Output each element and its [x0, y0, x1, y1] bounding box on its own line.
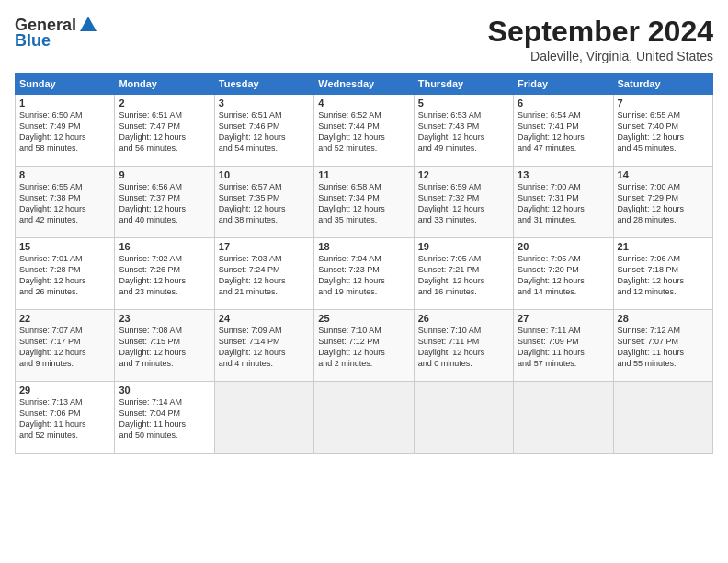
col-friday: Friday — [514, 74, 613, 95]
day-cell: 7Sunrise: 6:55 AMSunset: 7:40 PMDaylight… — [613, 95, 712, 167]
day-cell: 25Sunrise: 7:10 AMSunset: 7:12 PMDayligh… — [314, 310, 414, 382]
day-cell: 6Sunrise: 6:54 AMSunset: 7:41 PMDaylight… — [514, 95, 613, 167]
day-cell: 20Sunrise: 7:05 AMSunset: 7:20 PMDayligh… — [514, 238, 613, 310]
day-info: Sunrise: 7:12 AMSunset: 7:07 PMDaylight:… — [618, 325, 709, 370]
day-cell: 8Sunrise: 6:55 AMSunset: 7:38 PMDaylight… — [16, 167, 115, 238]
day-cell: 4Sunrise: 6:52 AMSunset: 7:44 PMDaylight… — [314, 95, 414, 167]
location: Daleville, Virginia, United States — [488, 49, 713, 63]
day-number: 30 — [119, 385, 210, 396]
day-cell: 30Sunrise: 7:14 AMSunset: 7:04 PMDayligh… — [115, 382, 214, 454]
day-number: 11 — [318, 169, 409, 180]
day-cell: 21Sunrise: 7:06 AMSunset: 7:18 PMDayligh… — [613, 238, 712, 310]
day-number: 27 — [518, 313, 609, 324]
col-monday: Monday — [115, 74, 214, 95]
day-number: 7 — [618, 98, 709, 109]
day-number: 3 — [219, 98, 310, 109]
day-info: Sunrise: 7:00 AMSunset: 7:31 PMDaylight:… — [518, 181, 609, 226]
week-row-2: 8Sunrise: 6:55 AMSunset: 7:38 PMDaylight… — [16, 167, 713, 238]
day-info: Sunrise: 6:53 AMSunset: 7:43 PMDaylight:… — [418, 109, 509, 155]
col-sunday: Sunday — [16, 74, 115, 95]
day-cell: 29Sunrise: 7:13 AMSunset: 7:06 PMDayligh… — [16, 382, 115, 454]
day-cell: 24Sunrise: 7:09 AMSunset: 7:14 PMDayligh… — [214, 310, 313, 382]
logo: General Blue — [15, 15, 98, 51]
day-cell: 18Sunrise: 7:04 AMSunset: 7:23 PMDayligh… — [314, 238, 414, 310]
day-number: 20 — [518, 241, 609, 252]
day-number: 28 — [618, 313, 709, 324]
week-row-4: 22Sunrise: 7:07 AMSunset: 7:17 PMDayligh… — [16, 310, 713, 382]
day-cell: 17Sunrise: 7:03 AMSunset: 7:24 PMDayligh… — [214, 238, 313, 310]
day-info: Sunrise: 6:57 AMSunset: 7:35 PMDaylight:… — [219, 181, 310, 226]
calendar-table: Sunday Monday Tuesday Wednesday Thursday… — [15, 73, 713, 454]
logo-icon — [78, 15, 98, 35]
day-info: Sunrise: 7:06 AMSunset: 7:18 PMDaylight:… — [618, 253, 709, 298]
day-cell: 27Sunrise: 7:11 AMSunset: 7:09 PMDayligh… — [514, 310, 613, 382]
day-info: Sunrise: 7:08 AMSunset: 7:15 PMDaylight:… — [119, 325, 210, 370]
day-number: 15 — [19, 241, 110, 252]
day-cell: 2Sunrise: 6:51 AMSunset: 7:47 PMDaylight… — [115, 95, 214, 167]
day-info: Sunrise: 6:58 AMSunset: 7:34 PMDaylight:… — [318, 181, 409, 226]
col-saturday: Saturday — [613, 74, 712, 95]
day-info: Sunrise: 7:09 AMSunset: 7:14 PMDaylight:… — [219, 325, 310, 370]
day-number: 12 — [418, 169, 509, 180]
day-info: Sunrise: 6:55 AMSunset: 7:40 PMDaylight:… — [618, 109, 709, 155]
day-cell: 3Sunrise: 6:51 AMSunset: 7:46 PMDaylight… — [214, 95, 313, 167]
day-cell: 12Sunrise: 6:59 AMSunset: 7:32 PMDayligh… — [414, 167, 513, 238]
day-cell — [514, 382, 613, 454]
title-area: September 2024 Daleville, Virginia, Unit… — [488, 15, 713, 63]
day-info: Sunrise: 7:14 AMSunset: 7:04 PMDaylight:… — [119, 396, 210, 442]
col-thursday: Thursday — [414, 74, 513, 95]
day-cell — [613, 382, 712, 454]
month-title: September 2024 — [488, 15, 713, 49]
day-cell: 28Sunrise: 7:12 AMSunset: 7:07 PMDayligh… — [613, 310, 712, 382]
day-info: Sunrise: 7:05 AMSunset: 7:20 PMDaylight:… — [518, 253, 609, 298]
day-number: 10 — [219, 169, 310, 180]
day-number: 2 — [119, 98, 210, 109]
day-info: Sunrise: 7:11 AMSunset: 7:09 PMDaylight:… — [518, 325, 609, 370]
day-info: Sunrise: 7:05 AMSunset: 7:21 PMDaylight:… — [418, 253, 509, 298]
day-info: Sunrise: 6:55 AMSunset: 7:38 PMDaylight:… — [19, 181, 110, 226]
day-info: Sunrise: 6:51 AMSunset: 7:47 PMDaylight:… — [119, 109, 210, 155]
day-cell: 11Sunrise: 6:58 AMSunset: 7:34 PMDayligh… — [314, 167, 414, 238]
day-info: Sunrise: 6:50 AMSunset: 7:49 PMDaylight:… — [19, 109, 110, 155]
day-info: Sunrise: 7:02 AMSunset: 7:26 PMDaylight:… — [119, 253, 210, 298]
week-row-5: 29Sunrise: 7:13 AMSunset: 7:06 PMDayligh… — [16, 382, 713, 454]
day-number: 16 — [119, 241, 210, 252]
day-number: 18 — [318, 241, 409, 252]
day-info: Sunrise: 6:56 AMSunset: 7:37 PMDaylight:… — [119, 181, 210, 226]
day-info: Sunrise: 7:01 AMSunset: 7:28 PMDaylight:… — [19, 253, 110, 298]
day-cell: 14Sunrise: 7:00 AMSunset: 7:29 PMDayligh… — [613, 167, 712, 238]
day-cell: 15Sunrise: 7:01 AMSunset: 7:28 PMDayligh… — [16, 238, 115, 310]
day-number: 25 — [318, 313, 409, 324]
week-row-1: 1Sunrise: 6:50 AMSunset: 7:49 PMDaylight… — [16, 95, 713, 167]
day-info: Sunrise: 7:00 AMSunset: 7:29 PMDaylight:… — [618, 181, 709, 226]
day-cell — [214, 382, 313, 454]
day-info: Sunrise: 6:51 AMSunset: 7:46 PMDaylight:… — [219, 109, 310, 155]
day-number: 26 — [418, 313, 509, 324]
col-wednesday: Wednesday — [314, 74, 414, 95]
day-number: 29 — [19, 385, 110, 396]
day-number: 22 — [19, 313, 110, 324]
col-tuesday: Tuesday — [214, 74, 313, 95]
day-cell — [314, 382, 414, 454]
day-info: Sunrise: 6:54 AMSunset: 7:41 PMDaylight:… — [518, 109, 609, 155]
day-number: 17 — [219, 241, 310, 252]
day-cell: 10Sunrise: 6:57 AMSunset: 7:35 PMDayligh… — [214, 167, 313, 238]
day-cell — [414, 382, 513, 454]
header-row: Sunday Monday Tuesday Wednesday Thursday… — [16, 74, 713, 95]
day-cell: 5Sunrise: 6:53 AMSunset: 7:43 PMDaylight… — [414, 95, 513, 167]
day-info: Sunrise: 6:59 AMSunset: 7:32 PMDaylight:… — [418, 181, 509, 226]
day-number: 6 — [518, 98, 609, 109]
day-number: 1 — [19, 98, 110, 109]
day-number: 21 — [618, 241, 709, 252]
day-info: Sunrise: 7:03 AMSunset: 7:24 PMDaylight:… — [219, 253, 310, 298]
day-info: Sunrise: 7:04 AMSunset: 7:23 PMDaylight:… — [318, 253, 409, 298]
day-number: 4 — [318, 98, 409, 109]
day-number: 9 — [119, 169, 210, 180]
day-number: 24 — [219, 313, 310, 324]
day-number: 19 — [418, 241, 509, 252]
day-number: 5 — [418, 98, 509, 109]
day-cell: 9Sunrise: 6:56 AMSunset: 7:37 PMDaylight… — [115, 167, 214, 238]
day-number: 23 — [119, 313, 210, 324]
day-info: Sunrise: 6:52 AMSunset: 7:44 PMDaylight:… — [318, 109, 409, 155]
day-info: Sunrise: 7:10 AMSunset: 7:11 PMDaylight:… — [418, 325, 509, 370]
